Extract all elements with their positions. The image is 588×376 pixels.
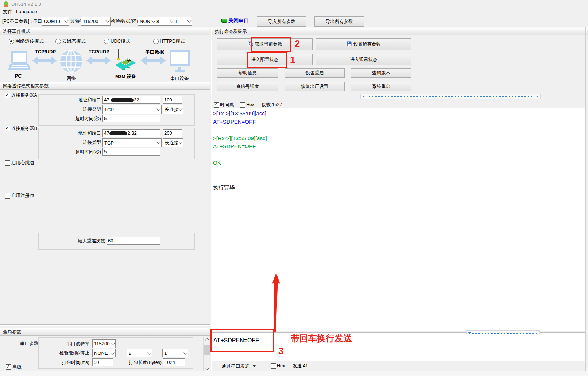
send-hex-checkbox[interactable] — [271, 363, 276, 369]
query-version-button[interactable]: 查询版本 — [351, 68, 411, 78]
set-params-button[interactable]: 设置所有参数 — [316, 38, 411, 50]
advanced-label: 高级 — [12, 364, 22, 370]
com-port-select[interactable]: COM10 — [42, 17, 69, 26]
net-params-header: 网络透传模式相关参数 — [0, 82, 210, 90]
terminal-line: OK — [213, 160, 267, 168]
server-b-connmode-select[interactable]: 长连接 — [163, 138, 183, 147]
device-reboot-button[interactable]: 设备重启 — [285, 68, 345, 78]
pack-len-input[interactable]: 1024 — [163, 358, 185, 366]
left-scrollbar[interactable] — [203, 337, 211, 372]
scroll-down-icon[interactable] — [206, 367, 209, 369]
server-a-connmode-select[interactable]: 长连接 — [163, 105, 183, 114]
serial-device-monitor-icon — [169, 50, 191, 76]
menu-file[interactable]: 文件 — [3, 8, 12, 15]
serial-params-label: 串口参数 — [20, 341, 38, 346]
addr-label: 地址和端口 — [60, 97, 101, 103]
window-bottom-strip — [0, 371, 588, 376]
annotation-step3: 3 — [278, 345, 283, 357]
left-splitter[interactable] — [0, 326, 210, 327]
work-mode-header: 选择工作模式 — [0, 27, 210, 35]
import-params-button[interactable]: 导入所有参数 — [257, 16, 306, 27]
left-splitter[interactable] — [0, 324, 210, 326]
server-a-address-input[interactable]: 47.32 — [102, 96, 160, 104]
global-baud-select[interactable]: 115200 — [92, 339, 116, 348]
stopbits-select[interactable]: 1 — [173, 17, 192, 26]
link2-label: TCP/UDP — [89, 49, 109, 54]
reconnect-label: 最大重连次数 — [58, 238, 105, 244]
pc-laptop-icon — [8, 50, 31, 73]
redaction-scribble — [111, 98, 134, 102]
radio-label: 云组态模式 — [62, 38, 86, 44]
server-a-checkbox[interactable] — [5, 93, 10, 98]
server-b-port-input[interactable]: 200 — [163, 129, 182, 137]
chevron-down-icon — [187, 18, 191, 22]
server-b-type-select[interactable]: TCP — [102, 138, 162, 147]
server-a-port-input[interactable]: 100 — [163, 96, 182, 104]
annotation-note: 带回车换行发送 — [291, 333, 352, 344]
window-title: DR514 V2.1.3 — [11, 1, 41, 7]
register-checkbox[interactable] — [5, 193, 10, 199]
pc-serial-label: [PC串口参数] : 串口号 — [2, 18, 47, 24]
scroll-up-icon[interactable] — [206, 339, 209, 342]
chevron-down-icon — [105, 18, 109, 22]
server-a-type-select[interactable]: TCP — [102, 105, 162, 114]
m2m-device-icon — [113, 49, 137, 74]
help-button[interactable]: 帮助信息 — [217, 68, 278, 78]
m2m-node-label: M2M 设备 — [115, 74, 136, 80]
serial-open-led-icon — [221, 19, 227, 23]
radio-cloud-mode[interactable] — [55, 39, 61, 44]
terminal-line: AT+SDPEN=OFF — [213, 119, 267, 127]
chevron-down-icon — [147, 350, 151, 354]
baud-select[interactable]: 115200 — [81, 17, 111, 26]
heartbeat-checkbox[interactable] — [5, 160, 10, 166]
arrow-pc-network-icon — [32, 55, 57, 67]
global-stopbits-select[interactable]: 1 — [162, 349, 188, 357]
heartbeat-label: 启用心跳包 — [11, 160, 34, 166]
com-port-value: COM10 — [44, 19, 64, 24]
annotation-step2: 2 — [295, 38, 300, 49]
chevron-down-icon — [156, 107, 160, 111]
server-b-timeout-input[interactable]: 5 — [102, 148, 160, 156]
server-a-timeout-input[interactable]: 5 — [102, 115, 160, 122]
radio-httpd-mode[interactable] — [153, 39, 159, 44]
radio-label: HTTPD模式 — [160, 38, 185, 44]
signal-strength-button[interactable]: 查信号强度 — [217, 82, 278, 91]
export-params-button[interactable]: 导出所有参数 — [314, 16, 364, 27]
splitter-arrow-icon — [362, 96, 365, 97]
databits-select[interactable]: 8 — [155, 17, 175, 26]
sent-counter: 发送:41 — [293, 363, 308, 369]
save-floppy-icon — [347, 41, 352, 47]
network-globe-icon — [59, 49, 83, 75]
close-serial-button[interactable]: 关闭串口 — [228, 18, 249, 23]
server-b-address-input[interactable]: 472.32 — [102, 129, 160, 137]
redaction-scribble — [109, 131, 127, 135]
reconnect-input[interactable]: 60 — [107, 237, 160, 245]
radio-net-passthrough[interactable] — [9, 39, 14, 44]
global-parity-select[interactable]: NONE — [92, 349, 116, 357]
link1-label: TCP/UDP — [35, 49, 56, 54]
serial-node-label: 串口设备 — [170, 76, 189, 82]
timestamp-checkbox[interactable] — [214, 102, 219, 108]
panel-divider-highlight — [211, 27, 212, 371]
app-icon — [3, 1, 9, 7]
server-a-label: 连接服务器A — [11, 92, 37, 98]
pack-time-input[interactable]: 50 — [92, 358, 113, 366]
global-databits-select[interactable]: 8 — [127, 349, 152, 357]
send-via-serial-button[interactable]: 通过串口发送 — [221, 363, 256, 369]
advanced-checkbox[interactable] — [6, 364, 11, 370]
scrollbar-thumb[interactable] — [204, 345, 210, 355]
parity-select[interactable]: NONI — [138, 17, 156, 26]
splitter-arrow-icon — [468, 332, 471, 334]
terminal-splitter-handle[interactable] — [360, 94, 541, 99]
splitter-arrow-icon — [536, 96, 539, 97]
recv-hex-checkbox[interactable] — [240, 102, 245, 108]
system-reboot-button[interactable]: 系统重启 — [351, 82, 411, 91]
server-b-checkbox[interactable] — [5, 126, 10, 131]
recv-counter: 接收:1527 — [262, 102, 282, 108]
enter-comm-button[interactable]: 进入通讯状态 — [316, 54, 411, 65]
radio-udc-mode[interactable] — [104, 39, 109, 44]
menu-language[interactable]: Language — [16, 8, 37, 15]
dropdown-caret-icon — [253, 365, 256, 367]
terminal-splitter[interactable] — [213, 96, 360, 97]
factory-reset-button[interactable]: 恢复出厂设置 — [285, 82, 345, 91]
